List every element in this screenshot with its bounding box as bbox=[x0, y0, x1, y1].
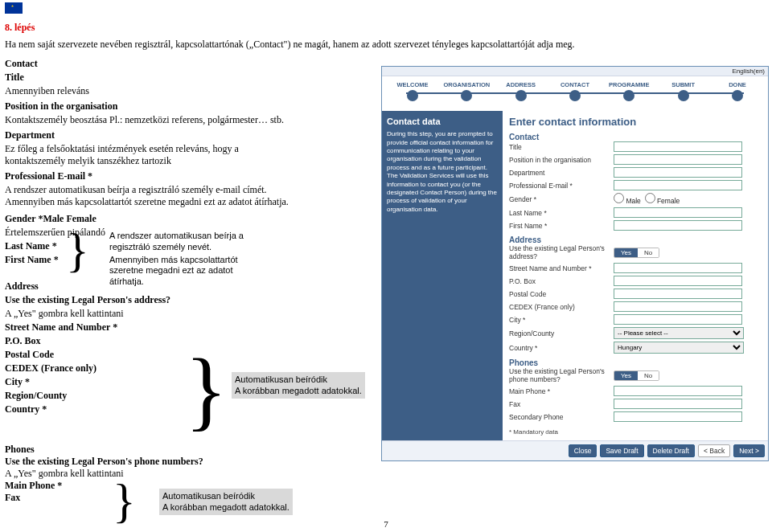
fl-pobox: P.O. Box bbox=[509, 277, 614, 285]
input-street[interactable] bbox=[614, 263, 742, 273]
fl-title: Title bbox=[509, 143, 614, 151]
eu-flag-icon bbox=[5, 2, 23, 14]
radio-female[interactable] bbox=[645, 193, 655, 203]
step-contact: CONTACT bbox=[561, 81, 589, 88]
page-number: 7 bbox=[0, 519, 772, 529]
main-heading: Enter contact information bbox=[509, 116, 762, 128]
label-use-phones: Use the existing Legal Person's phone nu… bbox=[5, 456, 294, 468]
brace-icon: } bbox=[185, 346, 228, 434]
fl-department: Department bbox=[509, 169, 614, 177]
fl-first: First Name * bbox=[509, 222, 614, 230]
toggle-use-addr[interactable]: YesNo bbox=[614, 248, 659, 258]
toggle-use-phones[interactable]: YesNo bbox=[614, 370, 659, 381]
fl-use-phones: Use the existing Legal Person's phone nu… bbox=[509, 367, 614, 383]
label-gender: Gender *Male Female bbox=[5, 213, 294, 225]
step-title: 8. lépés bbox=[5, 22, 772, 34]
fl-main-phone: Main Phone * bbox=[509, 387, 614, 395]
brace-icon: } bbox=[113, 477, 136, 525]
note-title: Amennyiben releváns bbox=[5, 85, 294, 97]
fl-last: Last Name * bbox=[509, 209, 614, 217]
opt-male: Male bbox=[626, 197, 640, 205]
radio-male[interactable] bbox=[614, 193, 624, 203]
input-fax[interactable] bbox=[614, 399, 742, 409]
note-auto-1: Automatikusan beíródik bbox=[235, 374, 362, 385]
input-title[interactable] bbox=[614, 141, 742, 152]
fl-email: Professional E-mail * bbox=[509, 182, 614, 190]
step-done: DONE bbox=[729, 81, 746, 88]
fl-position: Position in the organisation bbox=[509, 156, 614, 164]
input-secondary-phone[interactable] bbox=[614, 411, 742, 422]
progress-bar: WELCOME ORGANISATION ADDRESS CONTACT PRO… bbox=[382, 76, 768, 111]
label-title: Title bbox=[5, 72, 294, 84]
input-postal[interactable] bbox=[614, 289, 742, 299]
note-use-addr: A „Yes" gombra kell kattintani bbox=[5, 308, 294, 320]
note-auto-1b: Automatikusan beíródik bbox=[162, 490, 290, 501]
fl-city: City * bbox=[509, 316, 614, 324]
fl-country: Country * bbox=[509, 344, 614, 352]
label-use-addr: Use the existing Legal Person's address? bbox=[5, 294, 294, 306]
instructions-column: Contact Title Amennyiben releváns Positi… bbox=[5, 58, 294, 417]
input-department[interactable] bbox=[614, 167, 742, 178]
input-city[interactable] bbox=[614, 314, 742, 325]
sidebar-title: Contact data bbox=[387, 116, 498, 127]
input-main-phone[interactable] bbox=[614, 386, 742, 396]
fl-gender: Gender * bbox=[509, 195, 614, 203]
input-position[interactable] bbox=[614, 154, 742, 165]
intro-text: Ha nem saját szervezete nevében regisztr… bbox=[5, 39, 772, 51]
fl-region: Region/County bbox=[509, 329, 614, 338]
section-address: Address bbox=[509, 235, 762, 244]
fl-fax: Fax bbox=[509, 400, 614, 408]
note-department: Ez főleg a felsőoktatási intézmények ese… bbox=[5, 143, 294, 167]
note-use-phones: A „Yes" gombra kell kattintani bbox=[5, 468, 294, 480]
fl-street: Street Name and Number * bbox=[509, 264, 614, 272]
section-phones: Phones bbox=[509, 358, 762, 367]
app-window: English(en) WELCOME ORGANISATION ADDRESS… bbox=[381, 66, 769, 461]
mandatory-note: * Mandatory data bbox=[509, 428, 762, 436]
label-position: Position in the organisation bbox=[5, 100, 294, 113]
step-submit: SUBMIT bbox=[671, 81, 695, 88]
label-street: Street Name and Number * bbox=[5, 321, 294, 334]
note-email: A rendszer automatikusan beírja a regisz… bbox=[5, 184, 294, 208]
sidebar: Contact data During this step, you are p… bbox=[382, 111, 503, 440]
lang-selector[interactable]: English(en) bbox=[382, 67, 768, 76]
fl-postal: Postal Code bbox=[509, 290, 614, 298]
label-department: Department bbox=[5, 129, 294, 141]
close-button[interactable]: Close bbox=[569, 444, 597, 457]
input-pobox[interactable] bbox=[614, 276, 742, 286]
note-names-1: A rendszer automatikusan beírja a regisz… bbox=[109, 231, 246, 253]
fl-secondary: Secondary Phone bbox=[509, 413, 614, 421]
select-region[interactable]: -- Please select -- bbox=[614, 327, 744, 339]
note-position: Kontaktszemély beosztása Pl.: nemzetközi… bbox=[5, 114, 294, 126]
step-programme: PROGRAMME bbox=[609, 81, 649, 88]
step-organisation: ORGANISATION bbox=[443, 81, 490, 88]
input-first-name[interactable] bbox=[614, 220, 742, 231]
input-email[interactable] bbox=[614, 180, 742, 190]
note-auto-2: A korábban megadott adatokkal. bbox=[235, 385, 362, 396]
label-pobox: P.O. Box bbox=[5, 335, 294, 347]
next-button[interactable]: Next > bbox=[733, 444, 765, 457]
section-contact: Contact bbox=[509, 133, 762, 141]
label-contact: Contact bbox=[5, 58, 294, 70]
opt-female: Female bbox=[657, 197, 680, 205]
step-address: ADDRESS bbox=[506, 81, 536, 88]
step-welcome: WELCOME bbox=[396, 81, 428, 88]
label-phones: Phones bbox=[5, 444, 294, 456]
delete-draft-button[interactable]: Delete Draft bbox=[647, 444, 695, 457]
fl-cedex: CEDEX (France only) bbox=[509, 303, 614, 311]
note-auto-2b: A korábban megadott adatokkal. bbox=[162, 501, 290, 513]
label-email: Professional E-mail * bbox=[5, 170, 294, 182]
input-cedex[interactable] bbox=[614, 301, 742, 312]
select-country[interactable]: Hungary bbox=[614, 342, 744, 354]
brace-icon: } bbox=[66, 226, 89, 274]
label-country: Country * bbox=[5, 403, 294, 415]
fl-use-addr: Use the existing Legal Person's address? bbox=[509, 244, 614, 260]
back-button[interactable]: < Back bbox=[698, 444, 730, 457]
sidebar-text: During this step, you are prompted to pr… bbox=[387, 130, 498, 214]
save-draft-button[interactable]: Save Draft bbox=[600, 444, 643, 457]
input-last-name[interactable] bbox=[614, 207, 742, 218]
label-postal: Postal Code bbox=[5, 349, 294, 361]
note-names-2: Amennyiben más kapcsolattartót szeretne … bbox=[109, 255, 246, 288]
